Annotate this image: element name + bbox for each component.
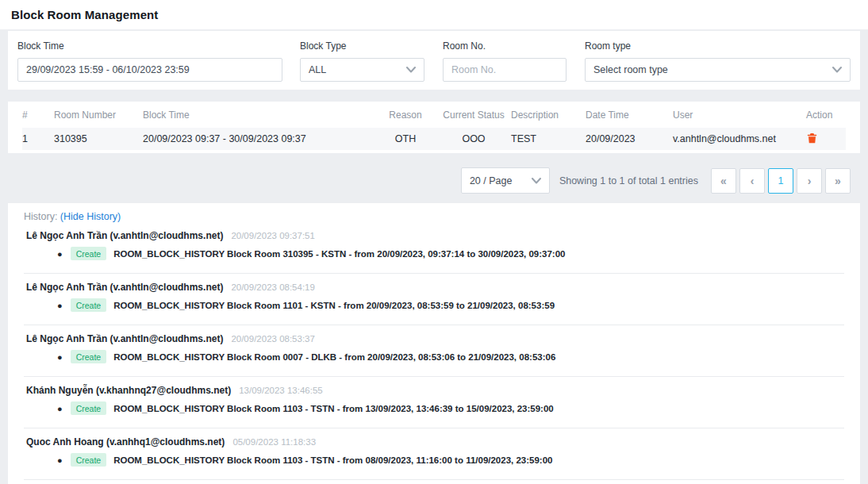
cell-user: v.anhtln@cloudhms.net — [673, 133, 806, 144]
delete-trash-icon[interactable] — [806, 132, 818, 144]
filter-room-type: Room type Select room type — [585, 40, 851, 82]
cell-current-status: OOO — [436, 133, 511, 144]
history-entry-timestamp: 20/09/2023 08:54:19 — [231, 282, 315, 292]
history-entry-detail: ● Create ROOM_BLOCK_HISTORY Block Room 1… — [26, 298, 844, 312]
bullet-icon: ● — [57, 352, 63, 362]
history-entry: Khánh Nguyễn (v.khanhnq27@cloudhms.net)1… — [24, 377, 844, 428]
history-entry-header: Khánh Nguyễn (v.khanhnq27@cloudhms.net)1… — [26, 385, 844, 397]
block-time-value: 29/09/2023 15:59 - 06/10/2023 23:59 — [26, 64, 190, 75]
history-entry-timestamp: 05/09/2023 11:18:33 — [232, 437, 316, 447]
bullet-icon: ● — [57, 301, 63, 310]
history-list: Lê Ngọc Anh Trần (v.anhtln@cloudhms.net)… — [24, 222, 844, 484]
history-entry-user: Khánh Nguyễn (v.khanhnq27@cloudhms.net) — [26, 385, 231, 396]
col-block-time: Block Time — [143, 109, 374, 121]
pagination-summary: Showing 1 to 1 of total 1 entries — [559, 175, 698, 186]
pagination-buttons: « ‹ 1 › » — [711, 168, 851, 194]
table-row: 1 310395 20/09/2023 09:37 - 30/09/2023 0… — [22, 128, 846, 150]
history-entry-timestamp: 20/09/2023 08:53:37 — [231, 334, 315, 344]
last-page-button[interactable]: » — [825, 168, 851, 194]
bullet-icon: ● — [57, 249, 63, 259]
history-entry-header: Lê Ngọc Anh Trần (v.anhtln@cloudhms.net)… — [26, 282, 844, 294]
cell-reason: OTH — [374, 133, 436, 144]
history-panel: History: (Hide History) Lê Ngọc Anh Trần… — [8, 203, 860, 484]
history-entry-detail: ● Create ROOM_BLOCK_HISTORY Block Room 1… — [26, 453, 844, 467]
page-1-button[interactable]: 1 — [768, 168, 793, 194]
cell-date-time: 20/09/2023 — [586, 133, 673, 144]
chevron-down-icon — [832, 67, 842, 73]
block-type-value: ALL — [309, 64, 326, 75]
page-size-select[interactable]: 20 / Page — [461, 167, 550, 194]
history-entry-message: ROOM_BLOCK_HISTORY Block Room 310395 - K… — [113, 249, 565, 259]
history-entry-timestamp: 20/09/2023 09:37:51 — [231, 231, 315, 240]
block-time-input[interactable]: 29/09/2023 15:59 - 06/10/2023 23:59 — [17, 58, 282, 82]
room-type-value: Select room type — [593, 64, 668, 75]
hide-history-link[interactable]: (Hide History) — [60, 211, 121, 222]
filter-panel: Block Time 29/09/2023 15:59 - 06/10/2023… — [8, 31, 860, 90]
history-entry: Quoc Anh Hoang (v.anhhq1@cloudhms.net)05… — [24, 428, 844, 480]
history-entry-message: ROOM_BLOCK_HISTORY Block Room 1101 - KST… — [113, 301, 555, 310]
filter-room-no: Room No. — [443, 40, 567, 82]
cell-block-time: 20/09/2023 09:37 - 30/09/2023 09:37 — [143, 133, 374, 144]
cell-index: 1 — [22, 133, 54, 144]
history-entry-message: ROOM_BLOCK_HISTORY Block Room 0007 - DLK… — [113, 352, 555, 362]
history-entry: Lê Ngọc Anh Trần (v.anhtln@cloudhms.net)… — [24, 274, 844, 325]
history-entry-detail: ● Create ROOM_BLOCK_HISTORY Block Room 1… — [26, 401, 844, 415]
block-type-select[interactable]: ALL — [300, 58, 424, 82]
previous-page-button[interactable]: ‹ — [739, 168, 765, 194]
history-entry: Lê Ngọc Anh Trần (v.anhtln@cloudhms.net)… — [24, 325, 844, 377]
page-size-value: 20 / Page — [470, 175, 513, 186]
bullet-icon: ● — [57, 455, 63, 465]
create-badge: Create — [71, 350, 107, 363]
col-current-status: Current Status — [436, 109, 511, 121]
block-type-label: Block Type — [300, 40, 424, 52]
history-entry-user: Lê Ngọc Anh Trần (v.anhtln@cloudhms.net) — [26, 230, 223, 241]
room-type-select[interactable]: Select room type — [585, 58, 851, 82]
block-time-label: Block Time — [17, 40, 282, 52]
room-no-label: Room No. — [443, 40, 567, 52]
col-index: # — [22, 109, 54, 121]
history-entry-message: ROOM_BLOCK_HISTORY Block Room 1103 - TST… — [113, 455, 552, 465]
filter-block-time: Block Time 29/09/2023 15:59 - 06/10/2023… — [17, 40, 282, 82]
history-entry: K VV (v.kyvv2@cloudhms.net)01/09/2023 09… — [24, 480, 844, 484]
chevron-down-icon — [406, 67, 416, 73]
bullet-icon: ● — [57, 404, 63, 413]
history-header: History: (Hide History) — [24, 211, 844, 222]
table-header-row: # Room Number Block Time Reason Current … — [22, 102, 846, 128]
history-entry-user: Lê Ngọc Anh Trần (v.anhtln@cloudhms.net) — [26, 333, 223, 344]
next-page-button[interactable]: › — [797, 168, 822, 194]
history-entry-detail: ● Create ROOM_BLOCK_HISTORY Block Room 0… — [26, 350, 844, 363]
chevron-down-icon — [532, 178, 541, 184]
block-room-table: # Room Number Block Time Reason Current … — [8, 102, 860, 153]
create-badge: Create — [71, 453, 107, 467]
history-entry: Lê Ngọc Anh Trần (v.anhtln@cloudhms.net)… — [24, 222, 844, 274]
cell-room-number: 310395 — [54, 133, 143, 144]
history-entry-header: Lê Ngọc Anh Trần (v.anhtln@cloudhms.net)… — [26, 333, 844, 345]
page-header: Block Room Management — [0, 0, 868, 29]
history-entry-header: Quoc Anh Hoang (v.anhhq1@cloudhms.net)05… — [26, 436, 844, 448]
create-badge: Create — [71, 401, 107, 415]
col-action: Action — [806, 109, 846, 121]
create-badge: Create — [71, 247, 107, 260]
first-page-button[interactable]: « — [711, 168, 736, 194]
room-no-input[interactable] — [443, 58, 567, 82]
history-entry-detail: ● Create ROOM_BLOCK_HISTORY Block Room 3… — [26, 247, 844, 260]
col-room-number: Room Number — [54, 109, 143, 121]
col-user: User — [673, 109, 806, 121]
room-type-label: Room type — [585, 40, 851, 52]
cell-description: TEST — [511, 133, 586, 144]
col-date-time: Date Time — [586, 109, 673, 121]
history-entry-message: ROOM_BLOCK_HISTORY Block Room 1103 - TST… — [113, 404, 554, 413]
history-entry-user: Lê Ngọc Anh Trần (v.anhtln@cloudhms.net) — [26, 282, 223, 293]
pagination-bar: 20 / Page Showing 1 to 1 of total 1 entr… — [8, 167, 851, 194]
history-entry-user: Quoc Anh Hoang (v.anhhq1@cloudhms.net) — [26, 436, 225, 448]
col-description: Description — [511, 109, 586, 121]
history-entry-header: Lê Ngọc Anh Trần (v.anhtln@cloudhms.net)… — [26, 230, 844, 242]
history-label: History: — [24, 211, 57, 222]
filter-block-type: Block Type ALL — [300, 40, 424, 82]
page-title: Block Room Management — [11, 8, 158, 21]
col-reason: Reason — [374, 109, 436, 121]
history-entry-timestamp: 13/09/2023 13:46:55 — [239, 386, 323, 395]
create-badge: Create — [71, 298, 107, 312]
